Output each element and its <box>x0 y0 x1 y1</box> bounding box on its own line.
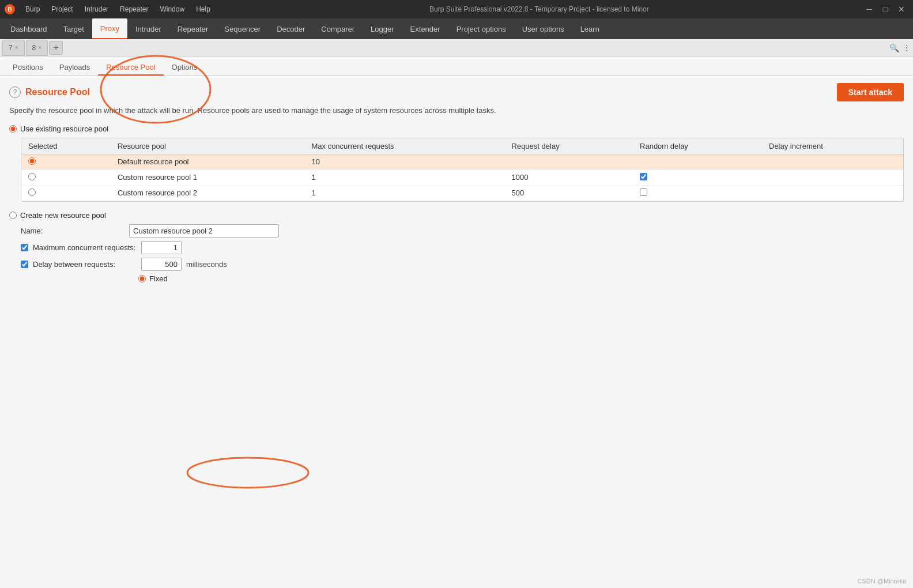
close-button[interactable]: ✕ <box>895 2 908 16</box>
app-logo: B <box>5 4 15 14</box>
nav-learn[interactable]: Learn <box>572 18 608 39</box>
nav-proxy[interactable]: Proxy <box>92 18 127 39</box>
more-icon[interactable]: ⋮ <box>903 43 911 52</box>
fixed-radio-label[interactable]: Fixed <box>138 274 168 283</box>
menu-help[interactable]: Help <box>190 4 216 14</box>
delay-checkbox[interactable] <box>21 261 28 268</box>
nav-comparer[interactable]: Comparer <box>313 18 363 39</box>
tab-7-close[interactable]: × <box>15 44 18 51</box>
subtab-options[interactable]: Options <box>164 60 206 76</box>
use-existing-label: Use existing resource pool <box>20 125 108 133</box>
col-resource-pool: Resource pool <box>111 138 305 154</box>
nav-logger[interactable]: Logger <box>363 18 402 39</box>
row2-random-delay-checkbox[interactable] <box>640 173 647 180</box>
row1-name: Default resource pool <box>111 154 305 169</box>
subtab-positions[interactable]: Positions <box>5 60 51 76</box>
row3-radio[interactable] <box>28 189 36 196</box>
max-concurrent-row: Maximum concurrent requests: <box>21 241 904 254</box>
titlebar-menu[interactable]: Burp Project Intruder Repeater Window He… <box>20 4 216 14</box>
row2-max-concurrent: 1 <box>304 169 504 185</box>
row2-name: Custom resource pool 1 <box>111 169 305 185</box>
row2-radio-cell[interactable] <box>21 169 111 185</box>
row3-max-concurrent: 1 <box>304 185 504 201</box>
row3-name: Custom resource pool 2 <box>111 185 305 201</box>
subtabbar: Positions Payloads Resource Pool Options <box>0 56 913 76</box>
add-tab-button[interactable]: + <box>49 41 63 55</box>
row3-delay-increment <box>762 185 903 201</box>
delay-label: Delay between requests: <box>33 260 137 269</box>
navbar: Dashboard Target Proxy Intruder Repeater… <box>0 18 913 39</box>
max-concurrent-input[interactable] <box>141 241 182 254</box>
row3-random-delay-checkbox[interactable] <box>640 189 647 196</box>
menu-repeater[interactable]: Repeater <box>114 4 154 14</box>
row2-request-delay: 1000 <box>505 169 633 185</box>
fixed-row: Fixed <box>21 274 904 288</box>
tab-8-close[interactable]: × <box>38 44 42 51</box>
nav-decoder[interactable]: Decoder <box>269 18 313 39</box>
name-label: Name: <box>21 227 124 235</box>
table-header-row: Selected Resource pool Max concurrent re… <box>21 138 903 154</box>
col-delay-increment: Delay increment <box>762 138 903 154</box>
row2-radio[interactable] <box>28 173 36 180</box>
subtab-payloads[interactable]: Payloads <box>51 60 98 76</box>
ms-label: milliseconds <box>186 260 227 269</box>
nav-sequencer[interactable]: Sequencer <box>216 18 269 39</box>
row3-radio-cell[interactable] <box>21 185 111 201</box>
watermark: CSDN @Minorko <box>857 578 906 585</box>
tab-8[interactable]: 8 × <box>26 40 48 56</box>
row2-random-delay[interactable] <box>633 169 762 185</box>
fixed-label: Fixed <box>149 274 168 283</box>
delay-row: Delay between requests: milliseconds <box>21 258 904 271</box>
nav-user-options[interactable]: User options <box>514 18 572 39</box>
table-row: Default resource pool 10 <box>21 154 903 169</box>
col-selected: Selected <box>21 138 111 154</box>
row1-radio-cell[interactable] <box>21 154 111 169</box>
nav-intruder[interactable]: Intruder <box>127 18 169 39</box>
max-concurrent-checkbox[interactable] <box>21 244 28 251</box>
max-concurrent-label: Maximum concurrent requests: <box>33 243 137 252</box>
row1-max-concurrent: 10 <box>304 154 504 169</box>
row3-random-delay[interactable] <box>633 185 762 201</box>
row1-request-delay <box>505 154 633 169</box>
subtab-resource-pool[interactable]: Resource Pool <box>98 60 163 76</box>
titlebar: B Burp Project Intruder Repeater Window … <box>0 0 913 18</box>
section-header: ? Resource Pool Start attack <box>9 83 904 101</box>
maximize-button[interactable]: □ <box>878 2 892 16</box>
nav-project-options[interactable]: Project options <box>448 18 514 39</box>
help-icon[interactable]: ? <box>9 86 21 98</box>
create-new-label: Create new resource pool <box>20 211 106 220</box>
minimize-button[interactable]: ─ <box>862 2 876 16</box>
menu-window[interactable]: Window <box>154 4 190 14</box>
create-new-radio[interactable] <box>9 212 17 219</box>
start-attack-button[interactable]: Start attack <box>837 83 904 101</box>
menu-burp[interactable]: Burp <box>20 4 46 14</box>
create-new-radio-label[interactable]: Create new resource pool <box>9 211 904 220</box>
row1-radio[interactable] <box>28 157 36 165</box>
col-request-delay: Request delay <box>505 138 633 154</box>
row1-random-delay <box>633 154 762 169</box>
menu-intruder[interactable]: Intruder <box>79 4 114 14</box>
table-row: Custom resource pool 1 1 1000 <box>21 169 903 185</box>
search-icon[interactable]: 🔍 <box>889 43 899 52</box>
name-row: Name: <box>21 224 904 238</box>
nav-target[interactable]: Target <box>55 18 92 39</box>
use-existing-radio-label[interactable]: Use existing resource pool <box>9 125 904 133</box>
nav-repeater[interactable]: Repeater <box>169 18 216 39</box>
window-title: Burp Suite Professional v2022.8 - Tempor… <box>216 5 862 13</box>
tabbar: 7 × 8 × + 🔍 ⋮ <box>0 39 913 56</box>
menu-project[interactable]: Project <box>46 4 78 14</box>
create-pool-section: Create new resource pool Name: Maximum c… <box>9 211 904 288</box>
delay-input[interactable] <box>141 258 182 271</box>
tab-7[interactable]: 7 × <box>2 40 25 56</box>
use-existing-radio[interactable] <box>9 125 17 133</box>
nav-dashboard[interactable]: Dashboard <box>2 18 55 39</box>
fixed-radio[interactable] <box>138 275 146 282</box>
nav-extender[interactable]: Extender <box>402 18 448 39</box>
col-max-concurrent: Max concurrent requests <box>304 138 504 154</box>
tab-7-label: 7 <box>9 44 13 52</box>
row2-delay-increment <box>762 169 903 185</box>
table-row: Custom resource pool 2 1 500 <box>21 185 903 201</box>
row1-delay-increment <box>762 154 903 169</box>
tab-8-label: 8 <box>32 44 36 52</box>
name-input[interactable] <box>129 224 279 238</box>
